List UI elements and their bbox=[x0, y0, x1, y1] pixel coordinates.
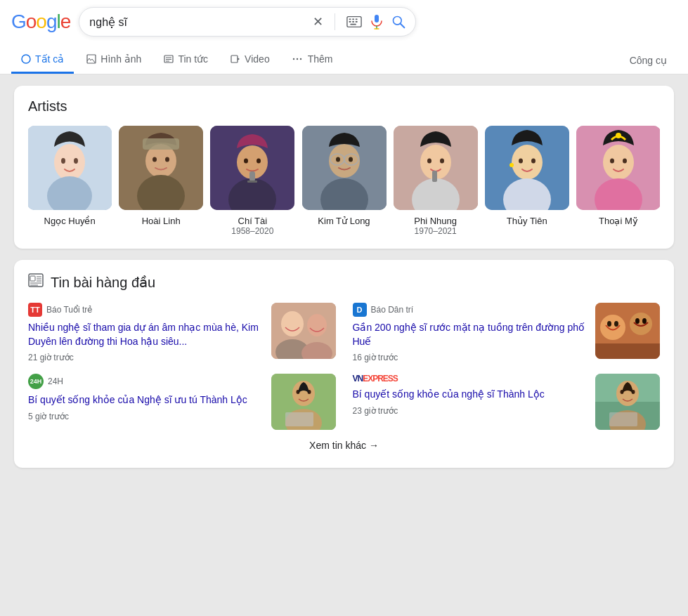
svg-point-53 bbox=[427, 159, 431, 164]
news-source-row-0: TT Báo Tuổi trẻ bbox=[28, 303, 263, 317]
svg-point-85 bbox=[635, 318, 640, 324]
news-time-2: 5 giờ trước bbox=[28, 412, 263, 421]
svg-rect-1 bbox=[349, 18, 351, 20]
news-text-0: TT Báo Tuổi trẻ Nhiều nghệ sĩ tham gia d… bbox=[28, 303, 263, 362]
tools-button[interactable]: Công cụ bbox=[620, 48, 677, 73]
artist-name-4: Phi Nhung bbox=[414, 216, 457, 226]
tab-news-label: Tin tức bbox=[178, 53, 208, 65]
artist-item-6[interactable]: Thoại Mỹ bbox=[577, 126, 660, 236]
svg-point-59 bbox=[519, 159, 523, 164]
svg-point-27 bbox=[61, 158, 65, 164]
more-news-link[interactable]: Xem tin khác → bbox=[309, 440, 379, 451]
more-link-row: Xem tin khác → bbox=[28, 430, 660, 455]
news-item-2[interactable]: 24H 24H Bí quyết sống khỏe của Nghệ sĩ ư… bbox=[28, 374, 336, 430]
artist-name-0: Ngọc Huyền bbox=[44, 216, 96, 226]
news-time-1: 16 giờ trước bbox=[353, 353, 588, 362]
tab-video[interactable]: Video bbox=[221, 46, 280, 74]
svg-point-54 bbox=[440, 159, 444, 164]
news-item-3[interactable]: VNEXPRESS Bí quyết sống khỏe của nghệ sĩ… bbox=[353, 374, 661, 430]
svg-point-28 bbox=[74, 158, 78, 164]
svg-point-63 bbox=[603, 145, 634, 180]
svg-point-84 bbox=[630, 313, 652, 335]
svg-point-23 bbox=[299, 58, 301, 60]
search-icon[interactable] bbox=[391, 15, 405, 29]
svg-point-83 bbox=[614, 321, 618, 327]
news-item-1[interactable]: D Báo Dân trí Gần 200 nghệ sĩ rước mặt n… bbox=[353, 303, 661, 362]
artist-item-3[interactable]: Kim Tử Long bbox=[302, 126, 385, 236]
logo-o2: o bbox=[36, 11, 46, 33]
news-thumb-3 bbox=[595, 374, 660, 430]
search-icons: ✕ bbox=[313, 13, 405, 30]
header: G o o g l e ✕ bbox=[0, 0, 688, 74]
source-icon-2: 24H bbox=[28, 374, 44, 389]
svg-line-12 bbox=[401, 24, 405, 28]
artist-item-1[interactable]: Hoài Linh bbox=[119, 126, 202, 236]
svg-rect-19 bbox=[231, 55, 238, 63]
mic-icon[interactable] bbox=[370, 14, 383, 30]
svg-rect-41 bbox=[247, 181, 257, 183]
svg-rect-69 bbox=[30, 276, 35, 281]
artist-item-5[interactable]: Thủy Tiên bbox=[486, 126, 569, 236]
svg-point-45 bbox=[336, 157, 340, 162]
source-name-2: 24H bbox=[48, 376, 63, 386]
artist-photo-placeholder-3 bbox=[302, 126, 387, 210]
source-icon-0: TT bbox=[28, 303, 42, 317]
source-icon-1: D bbox=[353, 303, 367, 317]
keyboard-icon[interactable] bbox=[346, 15, 362, 28]
artist-photo-4 bbox=[394, 126, 478, 210]
google-logo[interactable]: G o o g l e bbox=[11, 11, 70, 33]
news-item-0[interactable]: TT Báo Tuổi trẻ Nhiều nghệ sĩ tham gia d… bbox=[28, 303, 336, 362]
artists-grid: Ngọc Huyền bbox=[28, 126, 660, 236]
artists-section-title: Artists bbox=[28, 98, 660, 114]
news-source-row-1: D Báo Dân trí bbox=[353, 303, 588, 317]
tab-images-label: Hình ảnh bbox=[100, 53, 141, 65]
svg-rect-55 bbox=[432, 171, 437, 182]
tab-images[interactable]: Hình ảnh bbox=[77, 46, 151, 74]
svg-point-39 bbox=[257, 159, 261, 164]
tab-all[interactable]: Tất cả bbox=[11, 46, 74, 74]
svg-rect-100 bbox=[609, 412, 637, 426]
svg-rect-87 bbox=[595, 343, 660, 359]
svg-point-61 bbox=[509, 163, 514, 167]
svg-point-60 bbox=[531, 159, 536, 164]
svg-point-78 bbox=[307, 314, 327, 336]
svg-rect-6 bbox=[356, 21, 358, 22]
news-source-row-3: VNEXPRESS bbox=[353, 374, 588, 384]
svg-point-86 bbox=[642, 318, 647, 324]
tab-more[interactable]: Thêm bbox=[283, 46, 343, 74]
svg-point-21 bbox=[292, 58, 294, 60]
svg-point-82 bbox=[607, 321, 611, 327]
artist-name-6: Thoại Mỹ bbox=[599, 216, 638, 226]
svg-point-67 bbox=[616, 133, 621, 138]
artist-photo-3 bbox=[302, 126, 387, 210]
artist-photo-5 bbox=[485, 126, 569, 210]
svg-point-65 bbox=[610, 159, 614, 164]
all-icon bbox=[21, 54, 31, 64]
news-thumb-1 bbox=[595, 303, 660, 359]
header-top: G o o g l e ✕ bbox=[11, 7, 677, 44]
artist-item-0[interactable]: Ngọc Huyền bbox=[28, 126, 111, 236]
news-headline-0: Nhiều nghệ sĩ tham gia dự án âm nhạc mùa… bbox=[28, 321, 263, 348]
search-input[interactable] bbox=[89, 15, 313, 28]
news-thumb-0 bbox=[271, 303, 336, 359]
logo-g1: G bbox=[11, 11, 26, 33]
artist-item-4[interactable]: Phi Nhung 1970–2021 bbox=[394, 126, 477, 236]
artist-item-2[interactable]: Chí Tài 1958–2020 bbox=[211, 126, 294, 236]
svg-point-57 bbox=[512, 145, 543, 180]
news-text-3: VNEXPRESS Bí quyết sống khỏe của nghệ sĩ… bbox=[353, 374, 588, 430]
artist-name-2: Chí Tài bbox=[238, 216, 268, 226]
news-card: Tin bài hàng đầu TT Báo Tuổi trẻ Nhiều n… bbox=[14, 260, 674, 468]
news-thumb-2 bbox=[271, 374, 336, 430]
nav-tabs: Tất cả Hình ảnh Tin tức Video Thêm Công … bbox=[11, 44, 677, 74]
artist-photo-placeholder-1 bbox=[119, 126, 203, 210]
svg-point-46 bbox=[349, 157, 353, 162]
news-time-3: 23 giờ trước bbox=[353, 406, 588, 416]
tab-news[interactable]: Tin tức bbox=[154, 46, 218, 74]
logo-e: e bbox=[60, 11, 71, 33]
tab-more-label: Thêm bbox=[308, 53, 333, 65]
video-icon bbox=[231, 54, 240, 64]
artist-photo-placeholder-2 bbox=[210, 126, 294, 210]
svg-marker-20 bbox=[238, 58, 240, 60]
clear-button[interactable]: ✕ bbox=[313, 14, 323, 30]
artist-dates-4: 1970–2021 bbox=[415, 226, 457, 236]
